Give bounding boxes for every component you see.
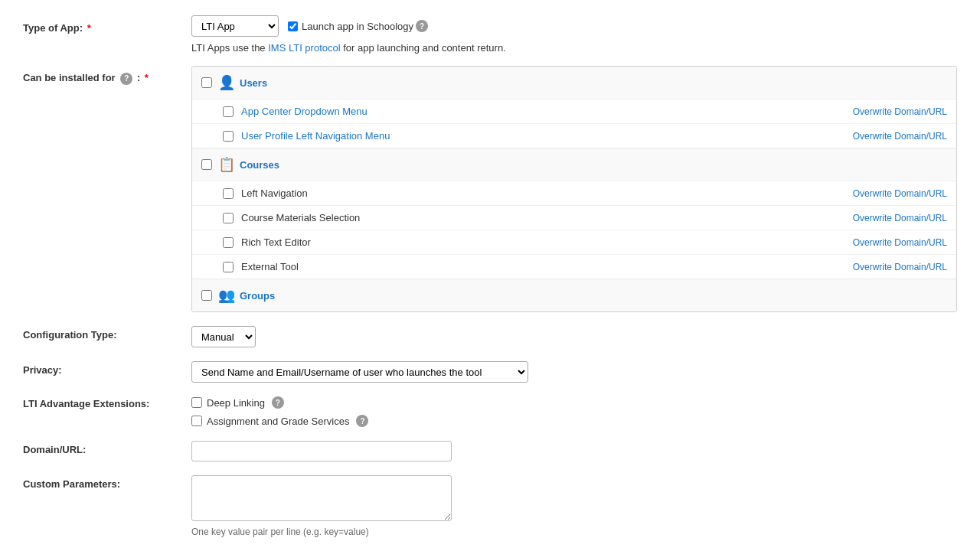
assignment-grade-help-icon[interactable]: ? xyxy=(356,415,368,427)
deep-linking-checkbox[interactable] xyxy=(191,397,202,408)
user-profile-nav-row: User Profile Left Navigation Menu Overwr… xyxy=(192,123,956,148)
left-nav-overwrite[interactable]: Overwrite Domain/URL xyxy=(853,188,947,199)
users-section: 👤 Users App Center Dropdown Menu Overwri… xyxy=(192,67,956,148)
app-center-dropdown-row: App Center Dropdown Menu Overwrite Domai… xyxy=(192,99,956,123)
groups-label: Groups xyxy=(240,290,275,302)
lti-info-prefix: LTI Apps use the xyxy=(191,42,268,54)
left-nav-checkbox[interactable] xyxy=(223,188,234,199)
deep-linking-row: Deep Linking ? xyxy=(191,396,957,409)
left-nav-label: Left Navigation xyxy=(241,187,308,199)
app-center-dropdown-link[interactable]: App Center Dropdown Menu xyxy=(241,106,368,117)
course-materials-row: Course Materials Selection Overwrite Dom… xyxy=(192,205,956,230)
external-tool-label: External Tool xyxy=(241,261,299,272)
config-type-label: Configuration Type: xyxy=(23,329,117,341)
course-materials-label: Course Materials Selection xyxy=(241,212,360,223)
courses-header: 📋 Courses xyxy=(192,148,956,181)
users-header: 👤 Users xyxy=(192,67,956,99)
custom-params-hint: One key value pair per line (e.g. key=va… xyxy=(191,527,957,537)
lti-info-suffix: for app launching and content return. xyxy=(341,42,506,54)
deep-linking-label: Deep Linking xyxy=(207,397,265,409)
launch-checkbox[interactable] xyxy=(288,21,298,31)
app-type-select[interactable]: LTI App External Tool Content Tool xyxy=(191,15,279,37)
assignment-grade-row: Assignment and Grade Services ? xyxy=(191,415,957,427)
rich-text-label: Rich Text Editor xyxy=(241,236,311,248)
user-profile-nav-checkbox[interactable] xyxy=(223,131,234,142)
course-materials-checkbox[interactable] xyxy=(223,213,234,223)
domain-url-label: Domain/URL: xyxy=(23,444,86,455)
courses-section: 📋 Courses Left Navigation Overwrite Doma… xyxy=(192,148,956,279)
rich-text-checkbox[interactable] xyxy=(223,237,234,248)
rich-text-row: Rich Text Editor Overwrite Domain/URL xyxy=(192,230,956,254)
rich-text-overwrite[interactable]: Overwrite Domain/URL xyxy=(853,237,947,248)
app-center-dropdown-overwrite[interactable]: Overwrite Domain/URL xyxy=(853,106,947,117)
users-icon: 👤 xyxy=(218,74,235,91)
lti-info-text: LTI Apps use the IMS LTI protocol for ap… xyxy=(191,42,506,54)
ims-lti-link[interactable]: IMS LTI protocol xyxy=(268,42,340,54)
privacy-label: Privacy: xyxy=(23,364,62,376)
groups-icon: 👥 xyxy=(218,287,235,304)
users-checkbox[interactable] xyxy=(201,77,212,88)
courses-icon: 📋 xyxy=(218,156,235,173)
courses-checkbox[interactable] xyxy=(201,159,212,170)
left-nav-row: Left Navigation Overwrite Domain/URL xyxy=(192,181,956,205)
groups-section: 👥 Groups xyxy=(192,279,956,311)
required-star-type: * xyxy=(87,22,91,34)
config-type-select[interactable]: Manual By URL By XML xyxy=(191,326,256,347)
assignment-grade-checkbox[interactable] xyxy=(191,416,202,426)
deep-linking-help-icon[interactable]: ? xyxy=(272,396,284,409)
required-star-install: * xyxy=(145,72,149,83)
custom-params-textarea[interactable] xyxy=(191,475,452,521)
custom-params-label: Custom Parameters: xyxy=(23,478,120,490)
external-tool-checkbox[interactable] xyxy=(223,262,234,272)
groups-header: 👥 Groups xyxy=(192,279,956,311)
lti-advantage-label: LTI Advantage Extensions: xyxy=(23,398,149,409)
external-tool-row: External Tool Overwrite Domain/URL xyxy=(192,254,956,279)
launch-checkbox-area[interactable]: Launch app in Schoology ? xyxy=(288,20,428,32)
type-of-app-label: Type of App: xyxy=(23,22,83,34)
user-profile-nav-overwrite[interactable]: Overwrite Domain/URL xyxy=(853,131,947,142)
courses-label: Courses xyxy=(240,159,279,171)
launch-label: Launch app in Schoology xyxy=(302,21,413,32)
colon: : xyxy=(137,72,140,83)
privacy-select[interactable]: Send Name and Email/Username of user who… xyxy=(191,361,528,383)
app-center-dropdown-checkbox[interactable] xyxy=(223,106,234,117)
launch-help-icon[interactable]: ? xyxy=(416,20,428,32)
assignment-grade-label: Assignment and Grade Services xyxy=(207,416,349,427)
domain-url-input[interactable] xyxy=(191,441,452,461)
external-tool-overwrite[interactable]: Overwrite Domain/URL xyxy=(853,262,947,272)
installed-for-help-icon[interactable]: ? xyxy=(120,73,132,85)
users-label: Users xyxy=(240,77,267,89)
installed-for-label: Can be installed for xyxy=(23,72,116,83)
groups-checkbox[interactable] xyxy=(201,290,212,301)
course-materials-overwrite[interactable]: Overwrite Domain/URL xyxy=(853,213,947,223)
user-profile-nav-link[interactable]: User Profile Left Navigation Menu xyxy=(241,130,390,142)
